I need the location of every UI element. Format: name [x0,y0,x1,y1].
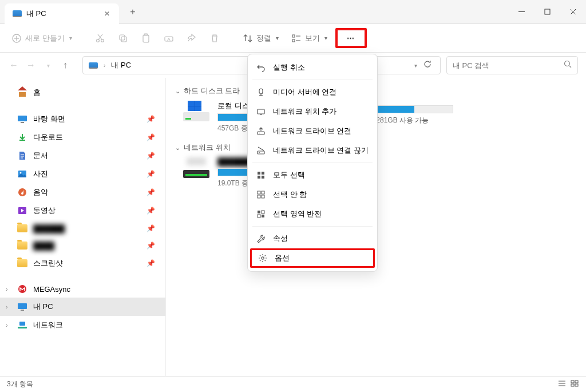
sidebar-home[interactable]: 홈 [0,84,165,102]
documents-icon [17,151,27,160]
menu-properties[interactable]: 속성 [248,229,377,248]
thispc-icon [89,62,98,69]
media-server-icon [256,87,266,97]
sidebar-megasync[interactable]: › MEGAsync [0,280,165,298]
svg-rect-32 [19,322,25,326]
invert-icon [256,209,266,219]
svg-rect-45 [262,172,264,175]
svg-text:A: A [167,37,171,42]
sidebar-item-label: 홈 [33,88,41,98]
recent-dropdown[interactable]: ▾ [42,62,54,69]
svg-point-7 [96,39,99,42]
view-label: 보기 [305,33,320,43]
add-location-icon [256,106,266,117]
svg-rect-50 [258,195,260,198]
back-button[interactable]: ← [8,60,19,70]
sidebar-documents[interactable]: 문서 📌 [0,146,165,165]
tab[interactable]: 내 PC ✕ [5,3,119,24]
view-button[interactable]: 보기 ▾ [287,30,332,47]
sidebar-videos[interactable]: 동영상 📌 [0,201,165,220]
status-count: 3개 항목 [7,379,33,389]
sidebar-item-label: 문서 [33,151,48,161]
sidebar-network[interactable]: › 네트워크 [0,316,165,334]
close-tab-icon[interactable]: ✕ [104,10,111,18]
pin-icon: 📌 [146,188,155,196]
details-view-button[interactable] [557,379,567,389]
sidebar-item-label: 음악 [33,187,48,197]
tab-title: 내 PC [26,9,100,19]
sidebar-thispc[interactable]: › 내 PC [0,298,165,316]
sidebar-blur-1[interactable]: ██████ 📌 [0,220,165,237]
svg-rect-54 [258,215,260,217]
menu-select-none[interactable]: 선택 안 함 [248,185,377,204]
drive-icon [183,101,209,121]
drive-network[interactable]: ████████ 19.0TB 중 3 [183,157,577,188]
rename-button[interactable]: A [159,30,179,47]
menu-disconnect-network-drive[interactable]: 네트워크 드라이브 연결 끊기 [248,141,377,160]
expand-icon[interactable]: › [6,322,8,328]
paste-button[interactable] [136,30,156,47]
svg-rect-61 [575,381,578,383]
address-dropdown-icon[interactable]: ▾ [414,62,417,69]
close-button[interactable] [560,0,586,24]
new-button[interactable]: 새로 만들기 ▾ [7,30,77,47]
folder-icon [17,259,27,267]
share-button[interactable] [182,30,201,47]
sidebar-item-label: 스크린샷 [33,258,63,268]
group-label: 하드 디스크 드라 [184,86,240,96]
maximize-button[interactable] [534,0,560,24]
more-button[interactable]: ⋯ [335,28,367,48]
new-label: 새로 만들기 [25,33,65,43]
refresh-button[interactable] [423,60,432,71]
menu-select-all[interactable]: 모두 선택 [248,165,377,185]
svg-rect-37 [258,109,264,114]
chevron-down-icon: ⌄ [175,144,180,152]
menu-add-network-location[interactable]: 네트워크 위치 추가 [248,102,377,121]
search-box[interactable] [446,56,578,74]
map-drive-icon [256,126,266,136]
svg-line-43 [258,147,264,151]
select-all-icon [256,170,266,180]
svg-rect-46 [258,176,260,179]
title-bar: 내 PC ✕ + [0,0,586,24]
svg-rect-51 [262,195,264,198]
menu-options[interactable]: 옵션 [250,248,375,268]
sidebar-music[interactable]: 음악 📌 [0,183,165,201]
menu-map-network-drive[interactable]: 네트워크 드라이브 연결 [248,121,377,141]
menu-label: 옵션 [275,253,290,263]
menu-undo[interactable]: 실행 취소 [248,58,377,77]
expand-icon[interactable]: › [6,286,8,292]
sidebar-pictures[interactable]: 사진 📌 [0,165,165,183]
new-tab-button[interactable]: + [125,4,141,20]
svg-rect-60 [571,381,574,383]
sort-button[interactable]: 정렬 ▾ [238,30,283,47]
sidebar-blur-2[interactable]: ████ 📌 [0,237,165,254]
music-icon [17,188,27,197]
svg-rect-30 [18,303,27,309]
sidebar-item-label: 사진 [33,169,48,179]
delete-button[interactable] [205,30,224,47]
expand-icon[interactable]: › [6,303,8,310]
forward-button[interactable]: → [25,60,37,70]
sidebar-screenshots[interactable]: 스크린샷 📌 [0,254,165,272]
pictures-icon [17,169,27,179]
svg-rect-55 [262,215,264,217]
chevron-down-icon: ▾ [69,35,72,41]
cut-button[interactable] [90,30,110,47]
svg-line-9 [98,34,102,39]
copy-button[interactable] [113,30,133,47]
minimize-button[interactable] [509,0,534,24]
pin-icon: 📌 [146,133,155,141]
pin-icon: 📌 [146,241,155,250]
sidebar-item-label: ██████ [33,224,65,233]
search-input[interactable] [453,61,564,70]
menu-invert-selection[interactable]: 선택 영역 반전 [248,204,377,224]
svg-rect-17 [292,35,295,37]
menu-media-server[interactable]: 미디어 서버에 연결 [248,82,377,102]
icons-view-button[interactable] [570,379,579,389]
sidebar-downloads[interactable]: 다운로드 📌 [0,128,165,146]
pin-icon: 📌 [146,152,155,160]
sidebar-desktop[interactable]: 바탕 화면 📌 [0,110,165,128]
up-button[interactable]: ↑ [60,60,71,70]
downloads-icon [17,133,27,142]
